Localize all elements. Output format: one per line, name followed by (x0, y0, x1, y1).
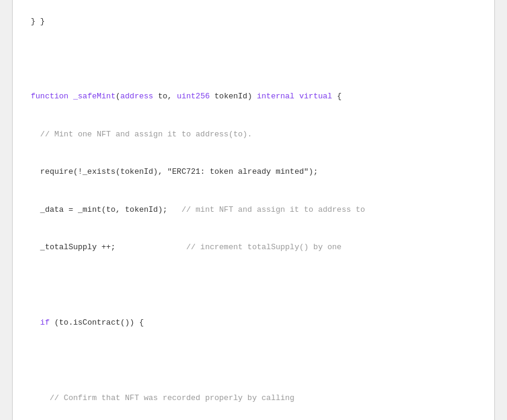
line-14: // Mint one NFT and assign it to address… (31, 129, 476, 141)
line-17: _totalSupply ++; // increment totalSuppl… (31, 241, 476, 254)
line-15: require(!_exists(tokenId), "ERC721: toke… (31, 166, 476, 179)
line-16: _data = _mint(to, tokenId); // mint NFT … (31, 204, 476, 217)
line-12 (31, 53, 476, 66)
line-21: // Confirm that NFT was recorded properl… (31, 392, 476, 405)
line-11: } } (31, 16, 476, 28)
line-13: function _safeMint(address to, uint256 t… (31, 91, 476, 103)
line-20 (31, 354, 476, 367)
code-block: function mintNFT(uint256 numberOfNfts) p… (31, 0, 476, 420)
line-19: if (to.isContract()) { (31, 317, 476, 329)
code-container: function mintNFT(uint256 numberOfNfts) p… (12, 0, 495, 420)
line-18 (31, 279, 476, 291)
